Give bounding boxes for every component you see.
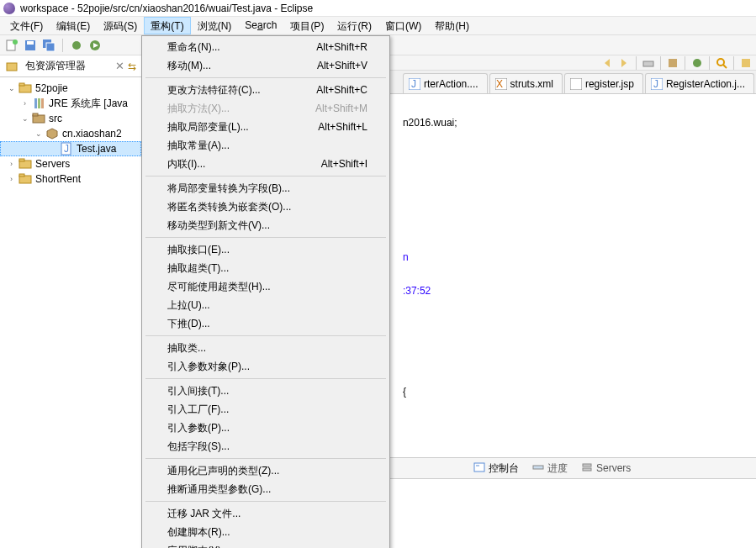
refactor-menu-item[interactable]: 上拉(U)...: [144, 296, 388, 314]
tree-row[interactable]: ›JRE 系统库 [Java: [0, 96, 141, 111]
link-with-editor-icon[interactable]: ⇆: [128, 61, 136, 72]
twisty-closed-icon[interactable]: ›: [20, 99, 29, 108]
window-title: workspace - 52pojie/src/cn/xiaoshan2016/…: [20, 3, 313, 14]
proj-icon: [19, 157, 32, 171]
debug-icon[interactable]: [70, 39, 83, 52]
menu-source[interactable]: 源码(S): [97, 17, 144, 34]
tree-row[interactable]: ⌄cn.xiaoshan2: [0, 126, 141, 141]
menu-item-label: 引入参数(P)...: [167, 421, 230, 435]
editor-tab[interactable]: J rterAction....: [403, 73, 488, 93]
editor-tab[interactable]: J RegisterAction.j...: [645, 73, 754, 93]
toggle-mark-icon[interactable]: [739, 56, 753, 70]
menu-item-label: 通用化已声明的类型(Z)...: [167, 464, 279, 478]
console-icon: [473, 461, 485, 476]
menu-item-shortcut: Alt+Shift+M: [315, 103, 367, 114]
refactor-menu-item[interactable]: 抽取常量(A)...: [144, 136, 388, 155]
menu-item-label: 应用脚本(Y)...: [167, 544, 230, 549]
menu-project[interactable]: 项目(P): [283, 17, 330, 34]
editor-tab[interactable]: register.jsp: [564, 73, 643, 93]
refactor-menu-item[interactable]: 将匿名类转换为嵌套类(O)...: [144, 198, 388, 216]
search-icon[interactable]: [715, 56, 728, 70]
refactor-menu-item[interactable]: 应用脚本(Y)...: [144, 541, 388, 548]
refactor-menu-item[interactable]: 更改方法特征符(C)...Alt+Shift+C: [144, 81, 388, 99]
run-icon[interactable]: [88, 39, 102, 52]
refactor-menu-item[interactable]: 推断通用类型参数(G)...: [144, 480, 388, 498]
menu-item-label: 抽取接口(E)...: [167, 243, 230, 257]
menu-file[interactable]: 文件(F): [3, 17, 50, 34]
menu-edit[interactable]: 编辑(E): [50, 17, 97, 34]
menu-window[interactable]: 窗口(W): [378, 17, 428, 34]
open-type-icon[interactable]: [690, 56, 704, 70]
refactor-menu-item[interactable]: 抽取局部变量(L)...Alt+Shift+L: [144, 118, 388, 136]
tree-row[interactable]: ⌄52pojie: [0, 81, 141, 96]
refactor-menu-item[interactable]: 抽取接口(E)...: [144, 240, 388, 259]
refactor-menu-item[interactable]: 迁移 JAR 文件...: [144, 504, 388, 523]
save-icon[interactable]: [24, 39, 37, 52]
svg-rect-14: [41, 98, 44, 108]
menu-refactor[interactable]: 重构(T): [144, 17, 190, 34]
new-icon[interactable]: [5, 39, 19, 52]
package-explorer-tree[interactable]: ⌄52pojie›JRE 系统库 [Java⌄src⌄cn.xiaoshan2J…: [0, 77, 141, 190]
menu-item-label: 移动类型到新文件(V)...: [167, 219, 270, 233]
tree-row[interactable]: ›ShortRent: [0, 171, 141, 187]
menu-bar: 文件(F) 编辑(E) 源码(S) 重构(T) 浏览(N) Search 项目(…: [0, 17, 756, 35]
refactor-menu-item[interactable]: 引入间接(T)...: [144, 382, 388, 400]
xml-file-icon: X: [495, 78, 507, 90]
refactor-menu-item[interactable]: 尽可能使用超类型(H)...: [144, 277, 388, 296]
twisty-closed-icon[interactable]: ›: [7, 160, 16, 169]
editor-tab[interactable]: X struts.xml: [489, 73, 563, 93]
tree-row[interactable]: ⌄src: [0, 111, 141, 126]
svg-rect-12: [34, 98, 37, 108]
editor-tab-label: struts.xml: [510, 78, 553, 90]
refactor-menu-item[interactable]: 移动类型到新文件(V)...: [144, 216, 388, 234]
svg-rect-36: [570, 78, 582, 90]
menu-item-label: 迁移 JAR 文件...: [167, 507, 241, 521]
svg-rect-9: [7, 63, 17, 71]
refactor-menu-item[interactable]: 将局部变量转换为字段(B)...: [144, 179, 388, 198]
refactor-menu-item[interactable]: 抽取类...: [144, 339, 388, 357]
twisty-open-icon[interactable]: ⌄: [20, 114, 29, 124]
svg-line-30: [723, 65, 727, 68]
menu-item-label: 尽可能使用超类型(H)...: [167, 280, 271, 294]
refactor-menu-item[interactable]: 移动(M)...Alt+Shift+V: [144, 56, 388, 75]
refactor-menu-item[interactable]: 重命名(N)...Alt+Shift+R: [144, 38, 388, 56]
close-icon[interactable]: ✕: [115, 60, 124, 72]
menu-item-label: 下推(D)...: [167, 317, 210, 331]
svg-point-28: [693, 59, 701, 67]
view-tab-console[interactable]: 控制台: [473, 461, 519, 476]
refactor-menu-item[interactable]: 下推(D)...: [144, 314, 388, 333]
menu-separator: [145, 237, 386, 238]
refactor-menu-item[interactable]: 内联(I)...Alt+Shift+I: [144, 155, 388, 173]
new-package-icon[interactable]: [666, 56, 679, 70]
svg-rect-11: [19, 83, 24, 86]
svg-point-6: [72, 41, 81, 50]
refactor-menu-item[interactable]: 抽取超类(T)...: [144, 259, 388, 277]
refactor-menu-item[interactable]: 引入参数(P)...: [144, 419, 388, 437]
refactor-menu-item[interactable]: 包括字段(S)...: [144, 437, 388, 456]
refactor-menu-item[interactable]: 创建脚本(R)...: [144, 523, 388, 541]
tree-row[interactable]: JTest.java: [0, 141, 141, 156]
menu-item-label: 推断通用类型参数(G)...: [167, 482, 271, 497]
menu-help[interactable]: 帮助(H): [428, 17, 476, 34]
menu-navigate[interactable]: 浏览(N): [191, 17, 239, 34]
view-tab-label: Servers: [596, 462, 631, 474]
view-tab-progress[interactable]: 进度: [532, 461, 568, 476]
nav-back-icon[interactable]: [600, 56, 614, 70]
menu-run[interactable]: 运行(R): [330, 17, 378, 34]
twisty-open-icon[interactable]: ⌄: [34, 129, 43, 139]
twisty-open-icon[interactable]: ⌄: [7, 84, 16, 93]
nav-fwd-icon[interactable]: [617, 56, 631, 70]
refactor-menu-item[interactable]: 通用化已声明的类型(Z)...: [144, 461, 388, 480]
twisty-none: [48, 145, 57, 154]
new-server-icon[interactable]: [642, 56, 655, 70]
menu-separator: [145, 77, 386, 78]
tree-row[interactable]: ›Servers: [0, 156, 141, 171]
menu-item-label: 更改方法特征符(C)...: [167, 83, 261, 97]
tree-label: cn.xiaoshan2: [62, 128, 122, 140]
view-tab-servers[interactable]: Servers: [581, 461, 631, 476]
refactor-menu-item[interactable]: 引入工厂(F)...: [144, 400, 388, 419]
save-all-icon[interactable]: [42, 39, 56, 52]
refactor-menu-item[interactable]: 引入参数对象(P)...: [144, 357, 388, 376]
menu-search[interactable]: Search: [238, 17, 283, 34]
twisty-closed-icon[interactable]: ›: [7, 175, 16, 184]
